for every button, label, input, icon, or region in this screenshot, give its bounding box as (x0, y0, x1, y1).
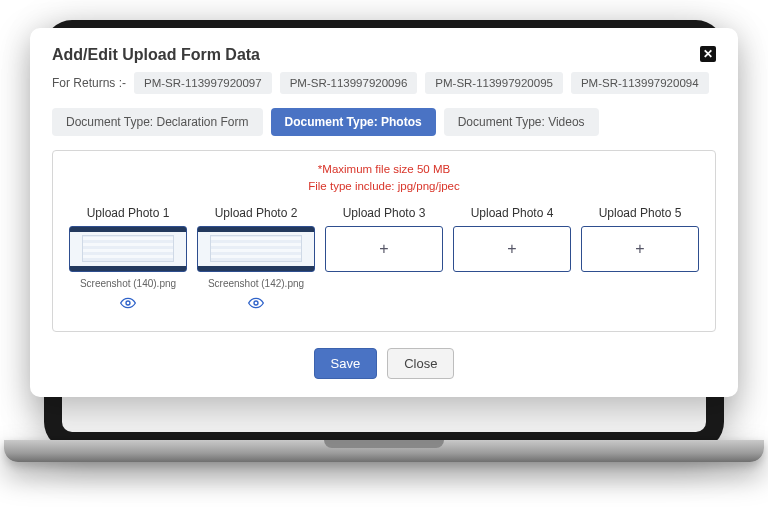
return-chip[interactable]: PM-SR-113997920094 (571, 72, 709, 94)
modal-title: Add/Edit Upload Form Data (52, 46, 260, 64)
save-button[interactable]: Save (314, 348, 378, 379)
upload-slot: Upload Photo 4 + (453, 206, 571, 311)
modal-header: Add/Edit Upload Form Data ✕ (52, 46, 716, 64)
photo-thumbnail[interactable] (197, 226, 315, 272)
slot-label: Upload Photo 5 (599, 206, 682, 220)
tab-declaration-form[interactable]: Document Type: Declaration Form (52, 108, 263, 136)
tab-photos[interactable]: Document Type: Photos (271, 108, 436, 136)
laptop-base (4, 440, 764, 462)
add-photo-placeholder[interactable]: + (325, 226, 443, 272)
upload-slot: Upload Photo 1 Screenshot (140).png (69, 206, 187, 311)
upload-slot: Upload Photo 2 Screenshot (142).png (197, 206, 315, 311)
warning-line-types: File type include: jpg/png/jpec (69, 178, 699, 195)
filename-label: Screenshot (140).png (80, 278, 176, 289)
svg-point-0 (126, 301, 130, 305)
upload-slots: Upload Photo 1 Screenshot (140).png Uplo… (69, 206, 699, 311)
slot-label: Upload Photo 2 (215, 206, 298, 220)
add-photo-placeholder[interactable]: + (581, 226, 699, 272)
return-chip[interactable]: PM-SR-113997920096 (280, 72, 418, 94)
tab-videos[interactable]: Document Type: Videos (444, 108, 599, 136)
close-button[interactable]: Close (387, 348, 454, 379)
warning-line-size: *Maximum file size 50 MB (69, 161, 699, 178)
preview-eye-icon[interactable] (120, 295, 136, 311)
laptop-notch (324, 440, 444, 448)
upload-slot: Upload Photo 5 + (581, 206, 699, 311)
returns-label: For Returns :- (52, 76, 126, 90)
photo-thumbnail[interactable] (69, 226, 187, 272)
doc-type-tabs: Document Type: Declaration Form Document… (52, 108, 716, 136)
filename-label: Screenshot (142).png (208, 278, 304, 289)
returns-row: For Returns :- PM-SR-113997920097 PM-SR-… (52, 72, 716, 94)
slot-label: Upload Photo 4 (471, 206, 554, 220)
slot-label: Upload Photo 1 (87, 206, 170, 220)
upload-slot: Upload Photo 3 + (325, 206, 443, 311)
close-icon[interactable]: ✕ (700, 46, 716, 62)
return-chip[interactable]: PM-SR-113997920095 (425, 72, 563, 94)
return-chip[interactable]: PM-SR-113997920097 (134, 72, 272, 94)
upload-modal: Add/Edit Upload Form Data ✕ For Returns … (30, 28, 738, 397)
upload-warning: *Maximum file size 50 MB File type inclu… (69, 161, 699, 196)
svg-point-1 (254, 301, 258, 305)
preview-eye-icon[interactable] (248, 295, 264, 311)
add-photo-placeholder[interactable]: + (453, 226, 571, 272)
slot-label: Upload Photo 3 (343, 206, 426, 220)
modal-actions: Save Close (52, 348, 716, 379)
upload-panel: *Maximum file size 50 MB File type inclu… (52, 150, 716, 332)
